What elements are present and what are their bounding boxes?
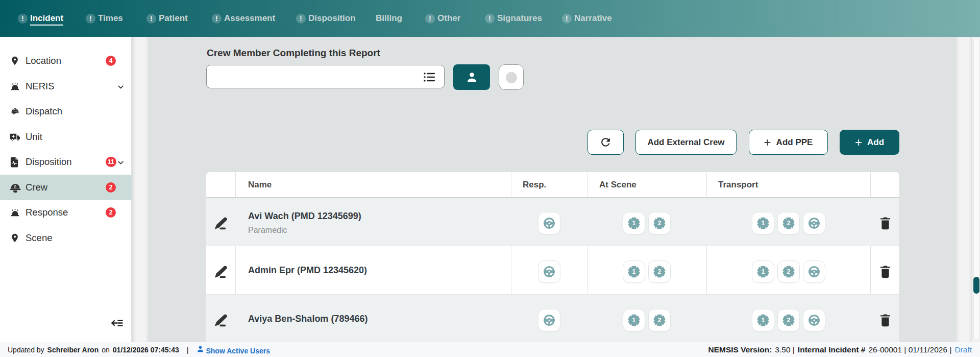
svg-text:2: 2	[787, 268, 790, 275]
svg-text:2: 2	[658, 220, 662, 227]
svg-text:1: 1	[761, 317, 765, 324]
svg-text:2: 2	[658, 268, 662, 275]
svg-text:2: 2	[658, 317, 662, 324]
svg-text:1: 1	[632, 317, 636, 324]
svg-text:1: 1	[632, 220, 636, 227]
svg-text:1: 1	[761, 268, 765, 275]
svg-text:1: 1	[632, 268, 636, 275]
svg-text:2: 2	[787, 317, 790, 324]
svg-text:2: 2	[787, 220, 790, 227]
svg-text:1: 1	[761, 220, 765, 227]
